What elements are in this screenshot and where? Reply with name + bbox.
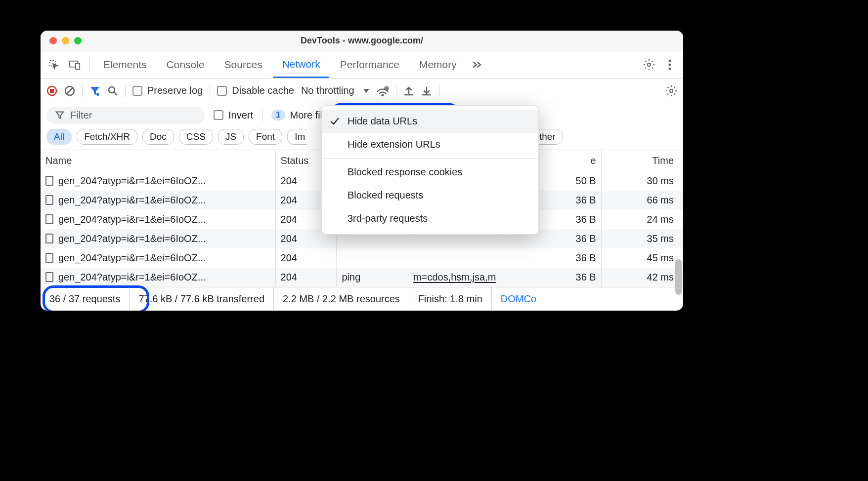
requests-table-wrap: Name Status e Time gen_204?atyp=i&r=1&ei… bbox=[41, 150, 683, 287]
menu-separator bbox=[322, 158, 538, 159]
menu-3rd-party-requests[interactable]: 3rd-party requests bbox=[322, 207, 538, 230]
svg-point-16 bbox=[670, 89, 673, 92]
invert-checkbox[interactable]: Invert bbox=[214, 110, 253, 121]
caret-down-icon bbox=[363, 89, 369, 93]
chip-img[interactable]: Im bbox=[287, 129, 307, 145]
network-conditions-icon[interactable] bbox=[376, 85, 389, 96]
filter-toggle-icon[interactable] bbox=[89, 85, 100, 96]
file-icon bbox=[45, 214, 53, 224]
menu-blocked-response-cookies[interactable]: Blocked response cookies bbox=[322, 160, 538, 184]
chip-js[interactable]: JS bbox=[218, 129, 244, 145]
tab-network[interactable]: Network bbox=[273, 51, 329, 78]
cell-time: 45 ms bbox=[601, 248, 683, 268]
preserve-log-label: Preserve log bbox=[147, 85, 203, 96]
throttling-select[interactable]: No throttling bbox=[301, 85, 369, 96]
chip-all[interactable]: All bbox=[46, 129, 72, 145]
svg-point-5 bbox=[669, 64, 671, 66]
settings-gear-icon[interactable] bbox=[640, 55, 658, 74]
svg-point-3 bbox=[648, 63, 651, 66]
tab-performance[interactable]: Performance bbox=[331, 51, 408, 78]
inspect-icon[interactable] bbox=[44, 55, 63, 74]
chip-css[interactable]: CSS bbox=[179, 129, 213, 145]
menu-blocked-requests[interactable]: Blocked requests bbox=[322, 184, 538, 207]
checkbox-icon bbox=[217, 86, 227, 96]
more-tabs-icon[interactable] bbox=[468, 55, 486, 74]
cell-time: 42 ms bbox=[601, 268, 683, 287]
file-icon bbox=[45, 195, 53, 205]
download-har-icon[interactable] bbox=[421, 85, 432, 96]
separator bbox=[396, 84, 396, 97]
disable-cache-checkbox[interactable]: Disable cache bbox=[217, 85, 294, 96]
cell-name: gen_204?atyp=i&r=1&ei=6IoOZ... bbox=[41, 248, 275, 268]
separator bbox=[82, 84, 83, 97]
tab-memory[interactable]: Memory bbox=[410, 51, 466, 78]
check-icon bbox=[329, 118, 341, 125]
cell-time: 35 ms bbox=[601, 229, 683, 248]
svg-rect-2 bbox=[76, 63, 80, 69]
header-name[interactable]: Name bbox=[41, 150, 275, 172]
cell-initiator: m=cdos,hsm,jsa,m bbox=[408, 268, 504, 287]
cell-name: gen_204?atyp=i&r=1&ei=6IoOZ... bbox=[41, 229, 275, 248]
titlebar: DevTools - www.google.com/ bbox=[41, 31, 683, 51]
separator bbox=[262, 109, 262, 121]
cell-time: 66 ms bbox=[601, 191, 683, 210]
cell-name: gen_204?atyp=i&r=1&ei=6IoOZ... bbox=[41, 210, 275, 229]
upload-har-icon[interactable] bbox=[403, 85, 414, 96]
cell-name: gen_204?atyp=i&r=1&ei=6IoOZ... bbox=[41, 171, 275, 191]
filter-input[interactable]: Filter bbox=[46, 107, 205, 124]
invert-label: Invert bbox=[228, 110, 253, 121]
cell-time: 24 ms bbox=[601, 210, 683, 229]
funnel-icon bbox=[55, 111, 64, 120]
status-resources: 2.2 MB / 2.2 MB resources bbox=[274, 287, 409, 311]
file-icon bbox=[45, 176, 53, 186]
table-row[interactable]: gen_204?atyp=i&r=1&ei=6IoOZ...204pingm=c… bbox=[41, 268, 683, 287]
tab-sources[interactable]: Sources bbox=[216, 51, 271, 78]
header-time[interactable]: Time bbox=[601, 150, 683, 172]
cell-initiator bbox=[408, 248, 504, 268]
record-button[interactable] bbox=[46, 85, 57, 96]
menu-hide-data-urls[interactable]: Hide data URLs bbox=[322, 110, 538, 133]
cell-status: 204 bbox=[275, 268, 337, 287]
menu-hide-extension-urls[interactable]: Hide extension URLs bbox=[322, 133, 538, 156]
more-filters-menu: Hide data URLs Hide extension URLs Block… bbox=[321, 105, 539, 235]
device-toggle-icon[interactable] bbox=[65, 55, 84, 74]
panel-settings-gear-icon[interactable] bbox=[665, 85, 677, 97]
file-icon bbox=[45, 272, 53, 282]
cell-time: 30 ms bbox=[601, 171, 683, 191]
separator bbox=[210, 84, 210, 97]
svg-rect-8 bbox=[50, 89, 54, 93]
table-row[interactable]: gen_204?atyp=i&r=1&ei=6IoOZ...20436 B45 … bbox=[41, 248, 683, 268]
throttling-value: No throttling bbox=[301, 85, 354, 96]
svg-point-11 bbox=[96, 93, 99, 96]
tab-console[interactable]: Console bbox=[158, 51, 214, 78]
clear-button[interactable] bbox=[64, 85, 75, 96]
status-transferred: 77.6 kB / 77.6 kB transferred bbox=[130, 287, 274, 311]
preserve-log-checkbox[interactable]: Preserve log bbox=[132, 85, 203, 96]
separator bbox=[439, 84, 439, 97]
devtools-window: DevTools - www.google.com/ Elements Cons… bbox=[41, 31, 683, 311]
checkbox-icon bbox=[214, 110, 223, 120]
cell-name: gen_204?atyp=i&r=1&ei=6IoOZ... bbox=[41, 268, 275, 287]
svg-point-4 bbox=[669, 60, 671, 62]
search-icon[interactable] bbox=[107, 85, 118, 96]
window-title: DevTools - www.google.com/ bbox=[41, 36, 683, 46]
status-domcontentloaded: DOMCo bbox=[492, 287, 545, 311]
chip-fetch-xhr[interactable]: Fetch/XHR bbox=[77, 129, 137, 145]
cell-size: 36 B bbox=[504, 248, 601, 268]
separator bbox=[125, 84, 126, 97]
cell-type: ping bbox=[337, 268, 408, 287]
kebab-menu-icon[interactable] bbox=[660, 55, 679, 74]
svg-point-14 bbox=[382, 94, 383, 96]
main-tabs: Elements Console Sources Network Perform… bbox=[41, 51, 683, 79]
status-finish: Finish: 1.8 min bbox=[409, 287, 492, 311]
chip-doc[interactable]: Doc bbox=[142, 129, 174, 145]
file-icon bbox=[45, 253, 53, 263]
cell-size: 36 B bbox=[504, 268, 601, 287]
chip-font[interactable]: Font bbox=[249, 129, 282, 145]
file-icon bbox=[45, 234, 53, 243]
svg-line-13 bbox=[114, 92, 117, 95]
status-bar: 36 / 37 requests 77.6 kB / 77.6 kB trans… bbox=[41, 287, 683, 311]
cell-name: gen_204?atyp=i&r=1&ei=6IoOZ... bbox=[41, 191, 275, 210]
filter-placeholder: Filter bbox=[70, 110, 92, 121]
tab-elements[interactable]: Elements bbox=[94, 51, 156, 78]
